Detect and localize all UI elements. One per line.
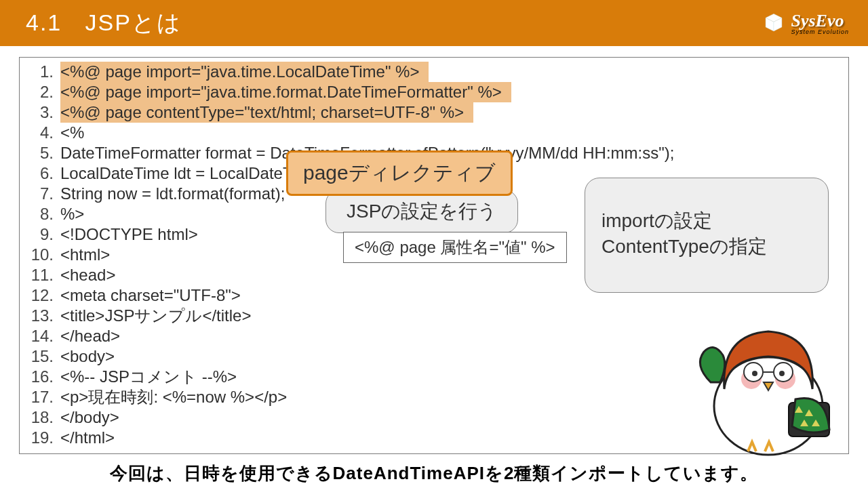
svg-point-9 (779, 371, 785, 376)
code-text: </html> (60, 428, 115, 448)
purpose-callout: JSPの設定を行う (326, 190, 518, 233)
line-number: 13. (20, 306, 60, 326)
line-number: 6. (20, 163, 60, 184)
code-text: </body> (60, 407, 119, 428)
code-text: <%-- JSPコメント --%> (60, 367, 237, 387)
code-text: <%@ page import="java.time.LocalDateTime… (60, 62, 429, 82)
code-line: 3.<%@ page contentType="text/html; chars… (20, 102, 848, 123)
code-text: %> (60, 204, 84, 224)
code-text: <%@ page import="java.time.format.DateTi… (60, 82, 511, 102)
code-text: <% (60, 123, 84, 143)
details-line: ContentTypeの指定 (601, 234, 812, 260)
syntax-example: <%@ page 属性名="値" %> (343, 232, 567, 263)
code-text: <title>JSPサンプル</title> (60, 306, 251, 326)
code-line: 4.<% (20, 123, 848, 143)
code-text: <body> (60, 346, 115, 367)
details-callout: importの設定 ContentTypeの指定 (585, 178, 829, 293)
code-text: <%@ page contentType="text/html; charset… (60, 102, 473, 123)
line-number: 15. (20, 346, 60, 367)
line-number: 18. (20, 407, 60, 428)
line-number: 9. (20, 224, 60, 245)
line-number: 19. (20, 428, 60, 448)
details-line: importの設定 (601, 208, 812, 234)
line-number: 14. (20, 326, 60, 346)
code-line: 2.<%@ page import="java.time.format.Date… (20, 82, 848, 102)
section-title: JSPとは (85, 9, 182, 35)
code-line: 1.<%@ page import="java.time.LocalDateTi… (20, 62, 848, 82)
cube-icon (762, 12, 785, 35)
code-text: <html> (60, 245, 110, 265)
line-number: 5. (20, 143, 60, 163)
brand-tagline: System Evolution (791, 28, 849, 35)
owl-mascot-icon (690, 301, 840, 457)
line-number: 8. (20, 204, 60, 224)
slide-title: 4.1 JSPとは (26, 7, 182, 39)
directive-label-callout: pageディレクティブ (286, 150, 513, 196)
line-number: 2. (20, 82, 60, 102)
line-number: 4. (20, 123, 60, 143)
line-number: 17. (20, 387, 60, 407)
line-number: 16. (20, 367, 60, 387)
line-number: 7. (20, 184, 60, 204)
line-number: 12. (20, 285, 60, 306)
svg-point-8 (752, 371, 757, 376)
line-number: 11. (20, 265, 60, 285)
code-text: <head> (60, 265, 115, 285)
section-number: 4.1 (26, 9, 62, 35)
code-text: <meta charset="UTF-8"> (60, 285, 241, 306)
code-text: </head> (60, 326, 120, 346)
code-text: String now = ldt.format(format); (60, 184, 285, 204)
code-text: <p>現在時刻: <%=now %></p> (60, 387, 287, 407)
brand-name: SysEvo (791, 11, 844, 30)
caption-subtitle: 今回は、日時を使用できるDateAndTimeAPIを2種類インポートしています… (0, 462, 868, 485)
slide-header: 4.1 JSPとは SysEvo System Evolution (0, 0, 868, 46)
line-number: 10. (20, 245, 60, 265)
line-number: 1. (20, 62, 60, 82)
brand-logo: SysEvo System Evolution (762, 11, 849, 35)
code-text: <!DOCTYPE html> (60, 224, 198, 245)
line-number: 3. (20, 102, 60, 123)
